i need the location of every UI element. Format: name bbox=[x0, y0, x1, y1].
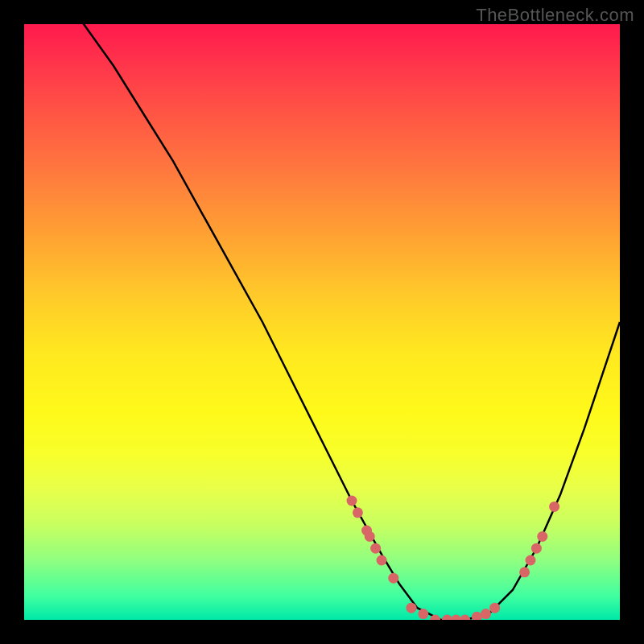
watermark-text: TheBottleneck.com bbox=[476, 5, 634, 26]
data-marker bbox=[489, 603, 500, 613]
data-marker bbox=[388, 573, 398, 584]
chart-gradient-area bbox=[24, 24, 620, 620]
data-markers bbox=[347, 496, 560, 621]
data-marker bbox=[365, 531, 375, 542]
data-marker bbox=[537, 531, 547, 542]
data-marker bbox=[377, 555, 387, 566]
chart-svg bbox=[24, 24, 620, 620]
data-marker bbox=[418, 609, 428, 619]
data-marker bbox=[353, 507, 363, 518]
data-marker bbox=[549, 502, 559, 512]
data-marker bbox=[481, 609, 491, 619]
data-marker bbox=[460, 615, 470, 621]
data-marker bbox=[531, 543, 542, 554]
data-marker bbox=[526, 555, 536, 566]
data-marker bbox=[472, 612, 482, 620]
bottleneck-curve-line bbox=[24, 24, 620, 620]
data-marker bbox=[370, 543, 381, 554]
data-marker bbox=[442, 615, 452, 621]
curve-path bbox=[24, 24, 620, 620]
data-marker bbox=[407, 603, 417, 613]
data-marker bbox=[519, 567, 530, 577]
data-marker bbox=[451, 615, 461, 621]
data-marker bbox=[347, 496, 357, 506]
